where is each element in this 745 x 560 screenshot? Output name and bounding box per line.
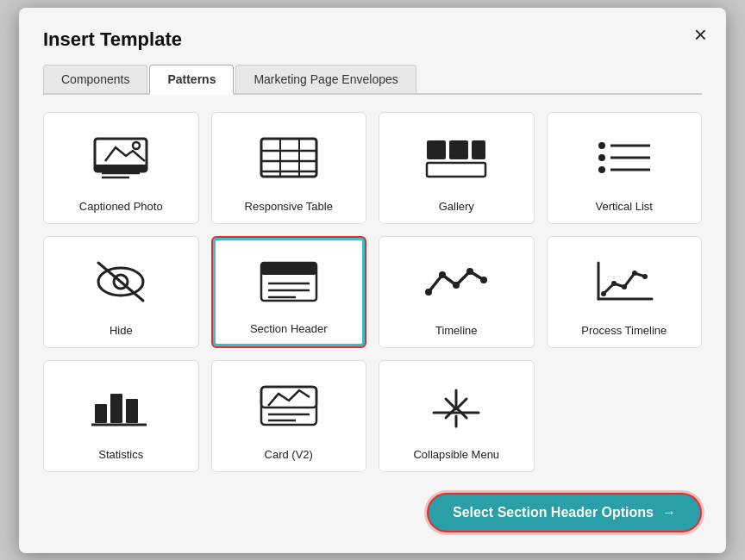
- svg-point-29: [425, 289, 432, 296]
- select-btn-label: Select Section Header Options: [453, 505, 654, 520]
- dialog-footer: Select Section Header Options →: [43, 493, 702, 532]
- svg-rect-1: [95, 165, 147, 171]
- grid-item-gallery[interactable]: Gallery: [379, 112, 535, 224]
- close-button[interactable]: ×: [694, 23, 707, 46]
- tab-marketing[interactable]: Marketing Page Envelopes: [235, 65, 416, 93]
- grid-item-process-timeline-label: Process Timeline: [581, 324, 667, 337]
- svg-rect-25: [261, 263, 316, 275]
- grid-item-timeline[interactable]: Timeline: [379, 236, 535, 348]
- grid-item-card-v2-label: Card (V2): [265, 448, 313, 461]
- svg-rect-14: [427, 163, 485, 177]
- grid-item-timeline-label: Timeline: [435, 324, 478, 337]
- svg-point-33: [480, 277, 487, 283]
- svg-point-31: [453, 282, 460, 289]
- svg-point-38: [622, 284, 627, 289]
- grid-item-card-v2[interactable]: Card (V2): [211, 360, 367, 472]
- svg-point-36: [601, 291, 606, 296]
- svg-point-4: [133, 142, 140, 149]
- tab-patterns[interactable]: Patterns: [149, 65, 234, 95]
- grid-item-responsive-table-label: Responsive Table: [245, 200, 333, 213]
- insert-template-dialog: Insert Template × Components Patterns Ma…: [19, 8, 726, 553]
- svg-point-37: [611, 281, 617, 286]
- grid-item-gallery-label: Gallery: [439, 200, 474, 213]
- grid-item-responsive-table[interactable]: Responsive Table: [211, 112, 367, 224]
- svg-point-32: [466, 268, 473, 275]
- grid-item-section-header-label: Section Header: [250, 322, 328, 335]
- grid-item-captioned-photo[interactable]: Captioned Photo: [43, 112, 199, 224]
- svg-point-40: [642, 274, 648, 279]
- svg-point-39: [632, 271, 637, 276]
- tab-bar: Components Patterns Marketing Page Envel…: [43, 65, 702, 95]
- svg-rect-42: [110, 394, 122, 423]
- svg-rect-12: [449, 140, 468, 159]
- svg-rect-41: [95, 404, 107, 423]
- grid-item-vertical-list[interactable]: Vertical List: [547, 112, 703, 224]
- tab-components[interactable]: Components: [43, 65, 147, 93]
- select-section-header-options-button[interactable]: Select Section Header Options →: [427, 493, 702, 532]
- template-grid: Captioned Photo Responsive Table: [43, 112, 702, 472]
- grid-item-hide[interactable]: Hide: [43, 236, 199, 348]
- grid-item-vertical-list-label: Vertical List: [596, 200, 653, 213]
- grid-item-collapsible-menu[interactable]: Collapsible Menu: [379, 360, 535, 472]
- svg-rect-43: [126, 399, 138, 423]
- grid-item-section-header[interactable]: Section Header: [211, 236, 367, 348]
- grid-item-statistics[interactable]: Statistics: [43, 360, 199, 472]
- svg-point-17: [598, 154, 605, 161]
- grid-item-statistics-label: Statistics: [98, 448, 143, 461]
- grid-item-process-timeline[interactable]: Process Timeline: [547, 236, 703, 348]
- svg-rect-13: [472, 140, 485, 159]
- svg-point-19: [598, 166, 605, 173]
- grid-item-hide-label: Hide: [110, 324, 133, 337]
- svg-rect-11: [427, 140, 446, 159]
- arrow-icon: →: [662, 505, 676, 520]
- grid-item-collapsible-menu-label: Collapsible Menu: [413, 448, 499, 461]
- grid-item-captioned-photo-label: Captioned Photo: [79, 200, 163, 213]
- svg-point-15: [598, 142, 605, 149]
- dialog-title: Insert Template: [43, 28, 702, 51]
- svg-point-30: [439, 271, 446, 278]
